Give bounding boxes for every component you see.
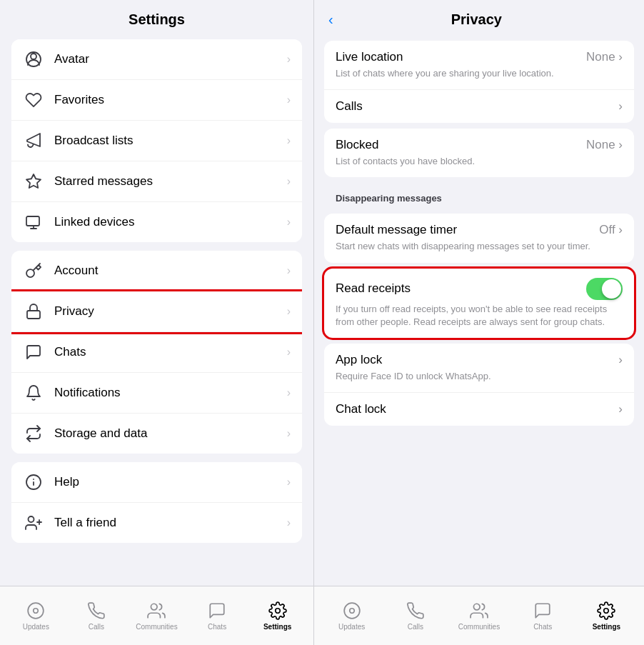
read-receipts-toggle[interactable] <box>586 278 623 300</box>
right-item-message-timer[interactable]: Default message timer Off › Start new ch… <box>324 214 634 262</box>
menu-label-storage: Storage and data <box>54 426 284 441</box>
right-title: Privacy <box>341 11 613 28</box>
menu-item-notifications[interactable]: Notifications › <box>11 373 302 414</box>
menu-item-storage[interactable]: Storage and data › <box>11 414 302 454</box>
chevron-starred: › <box>287 175 291 188</box>
svg-point-18 <box>349 608 354 613</box>
star-icon <box>23 171 44 192</box>
chevron-favorites: › <box>287 94 291 106</box>
svg-rect-6 <box>27 311 40 319</box>
menu-item-help[interactable]: Help › <box>11 462 302 503</box>
live-location-sub: List of chats where you are sharing your… <box>336 67 623 80</box>
calls-label: Calls <box>336 99 363 114</box>
bell-icon <box>23 382 44 404</box>
arrows-icon <box>23 423 44 444</box>
svg-rect-3 <box>26 216 39 226</box>
menu-label-friend: Tell a friend <box>54 516 284 530</box>
nav-label-updates: Updates <box>23 623 49 631</box>
menu-label-starred: Starred messages <box>54 174 284 189</box>
message-timer-label: Default message timer <box>336 223 457 237</box>
menu-label-account: Account <box>54 264 284 278</box>
chevron-privacy: › <box>287 305 291 318</box>
svg-point-13 <box>28 603 44 619</box>
right-nav-label-settings: Settings <box>593 623 620 631</box>
calls-chevron: › <box>618 99 623 114</box>
nav-calls[interactable]: Calls <box>66 601 127 631</box>
menu-label-help: Help <box>54 475 284 489</box>
message-timer-value: Off › <box>599 223 623 237</box>
app-lock-sub: Require Face ID to unlock WhatsApp. <box>336 370 623 383</box>
chevron-linked: › <box>287 216 291 229</box>
menu-item-chats[interactable]: Chats › <box>11 332 302 373</box>
menu-item-privacy[interactable]: Privacy › <box>11 291 302 332</box>
chevron-avatar: › <box>287 53 291 66</box>
svg-point-20 <box>604 608 609 613</box>
right-section-applock: App lock › Require Face ID to unlock Wha… <box>324 344 634 426</box>
svg-marker-2 <box>26 174 41 188</box>
right-section-blocked: Blocked None › List of contacts you have… <box>324 129 634 177</box>
blocked-value: None › <box>586 138 623 152</box>
monitor-icon <box>23 211 44 233</box>
menu-section-2: Account › Privacy › Chats › Notification… <box>11 251 302 454</box>
right-section-read-receipts: Read receipts If you turn off read recei… <box>324 269 634 338</box>
read-receipts-label: Read receipts <box>336 281 411 296</box>
avatar-icon <box>23 49 44 70</box>
menu-label-broadcast: Broadcast lists <box>54 134 284 148</box>
blocked-label: Blocked <box>336 138 378 152</box>
right-item-app-lock[interactable]: App lock › Require Face ID to unlock Wha… <box>324 344 634 393</box>
menu-item-favorites[interactable]: Favorites › <box>11 80 302 121</box>
chevron-chats: › <box>287 346 291 359</box>
chevron-storage: › <box>287 427 291 440</box>
left-panel: Settings Avatar › Favorites › Broadcast … <box>0 0 314 645</box>
right-nav-chats[interactable]: Chats <box>511 601 575 631</box>
left-title: Settings <box>14 11 299 28</box>
right-panel: ‹ Privacy Live location None › List of c… <box>314 0 644 645</box>
menu-item-linked[interactable]: Linked devices › <box>11 202 302 242</box>
nav-label-communities: Communities <box>136 623 177 631</box>
nav-updates[interactable]: Updates <box>6 601 66 631</box>
menu-label-privacy: Privacy <box>54 304 284 319</box>
right-item-live-location[interactable]: Live location None › List of chats where… <box>324 41 634 90</box>
svg-point-15 <box>151 604 158 610</box>
chat-lock-label: Chat lock <box>336 402 386 416</box>
menu-item-starred[interactable]: Starred messages › <box>11 161 302 202</box>
read-receipts-sub: If you turn off read receipts, you won't… <box>336 303 623 329</box>
menu-section-1: Avatar › Favorites › Broadcast lists › S… <box>11 39 302 242</box>
right-nav-communities[interactable]: Communities <box>447 601 510 631</box>
right-nav-settings[interactable]: Settings <box>575 601 638 631</box>
right-section-top: Live location None › List of chats where… <box>324 41 634 123</box>
app-lock-label: App lock <box>336 353 382 367</box>
right-content: Live location None › List of chats where… <box>314 35 644 586</box>
right-item-calls[interactable]: Calls › <box>324 90 634 123</box>
menu-item-account[interactable]: Account › <box>11 251 302 291</box>
menu-item-broadcast[interactable]: Broadcast lists › <box>11 121 302 161</box>
menu-label-notifications: Notifications <box>54 386 284 400</box>
right-nav-label-calls: Calls <box>408 623 423 631</box>
menu-item-friend[interactable]: Tell a friend › <box>11 503 302 543</box>
right-nav-calls[interactable]: Calls <box>383 601 447 631</box>
right-header: ‹ Privacy <box>314 0 644 35</box>
nav-chats[interactable]: Chats <box>187 601 248 631</box>
nav-label-calls: Calls <box>89 623 104 631</box>
nav-settings[interactable]: Settings <box>247 601 308 631</box>
right-item-read-receipts[interactable]: Read receipts If you turn off read recei… <box>324 269 634 338</box>
nav-label-settings: Settings <box>263 623 291 631</box>
right-item-blocked[interactable]: Blocked None › List of contacts you have… <box>324 129 634 177</box>
live-location-label: Live location <box>336 50 403 64</box>
right-nav-updates[interactable]: Updates <box>320 601 383 631</box>
chevron-help: › <box>287 476 291 489</box>
left-header: Settings <box>0 0 313 35</box>
left-bottom-nav: Updates Calls Communities Chats Settings <box>0 586 313 645</box>
svg-point-16 <box>275 608 280 613</box>
heart-icon <box>23 89 44 111</box>
nav-communities[interactable]: Communities <box>126 601 187 631</box>
right-item-chat-lock[interactable]: Chat lock › <box>324 393 634 426</box>
nav-label-chats: Chats <box>208 623 226 631</box>
chat-lock-chevron: › <box>618 402 623 416</box>
menu-item-avatar[interactable]: Avatar › <box>11 39 302 80</box>
back-button[interactable]: ‹ <box>328 11 333 28</box>
lock-icon <box>23 301 44 322</box>
message-timer-sub: Start new chats with disappearing messag… <box>336 240 623 253</box>
right-section-disappearing: Default message timer Off › Start new ch… <box>324 214 634 262</box>
info-icon <box>23 471 44 493</box>
